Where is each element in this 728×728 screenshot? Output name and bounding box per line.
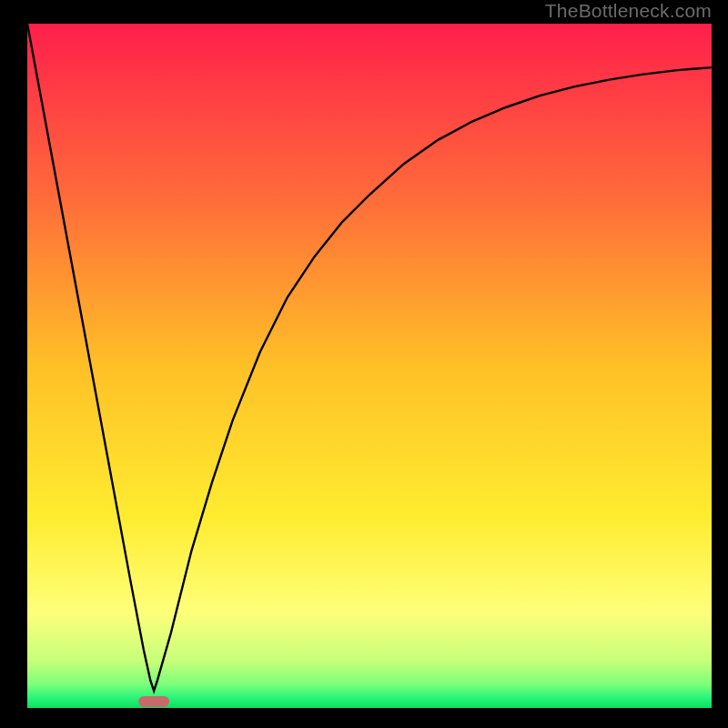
chart-container: TheBottleneck.com (0, 0, 728, 728)
plot-background (27, 24, 712, 708)
bottleneck-chart (0, 0, 728, 728)
attribution-watermark: TheBottleneck.com (545, 0, 712, 22)
marker-pill (138, 696, 169, 707)
